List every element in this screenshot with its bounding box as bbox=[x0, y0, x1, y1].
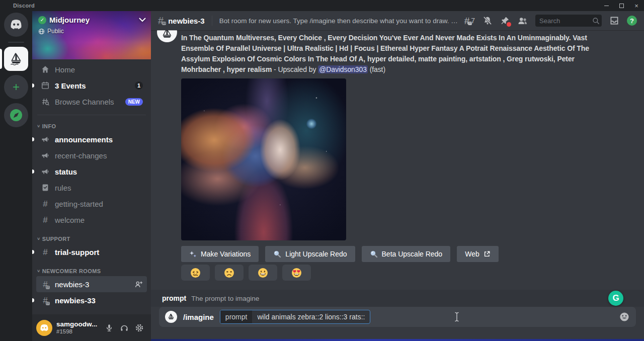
channel-label: getting-started bbox=[55, 200, 103, 208]
channel-label: rules bbox=[55, 184, 71, 192]
sidebar-item-browse-channels[interactable]: Browse Channels NEW bbox=[36, 94, 147, 110]
maximize-icon bbox=[619, 4, 624, 8]
pin-badge bbox=[507, 22, 511, 27]
discord-home-button[interactable] bbox=[4, 13, 28, 37]
reaction-confounded[interactable] bbox=[181, 265, 210, 281]
verified-badge-icon: ✓ bbox=[38, 16, 46, 24]
server-header[interactable]: ✓ Midjourney bbox=[38, 16, 146, 24]
magnifier-icon bbox=[273, 250, 281, 258]
hash-icon: # bbox=[40, 200, 50, 208]
reaction-disappointed[interactable] bbox=[215, 265, 244, 281]
message-composer[interactable]: /imagine prompt wild animals zebra::2 li… bbox=[159, 307, 636, 327]
channel-newbies-3[interactable]: # newbies-3 bbox=[36, 276, 147, 292]
sidebar-divider bbox=[37, 115, 146, 115]
search-bar[interactable] bbox=[535, 15, 602, 27]
channel-status[interactable]: status bbox=[36, 163, 147, 180]
member-list-button[interactable] bbox=[517, 16, 528, 26]
browse-channels-icon bbox=[40, 97, 50, 106]
web-link-button[interactable]: Web bbox=[457, 246, 499, 262]
add-server-button[interactable]: + bbox=[4, 75, 28, 99]
server-visibility: Public bbox=[38, 28, 64, 35]
mute-microphone-button[interactable] bbox=[102, 320, 117, 335]
hash-icon: # bbox=[40, 248, 50, 257]
explore-servers-button[interactable] bbox=[4, 103, 28, 127]
channel-topic[interactable]: Bot room for new users. Type /imagine th… bbox=[219, 17, 461, 25]
inbox-icon bbox=[609, 16, 619, 26]
channel-rules[interactable]: rules bbox=[36, 180, 147, 196]
channel-label: status bbox=[55, 167, 77, 176]
calendar-icon bbox=[40, 81, 50, 90]
channel-trial-support[interactable]: # trial-support bbox=[36, 244, 147, 260]
server-icon-midjourney[interactable] bbox=[4, 47, 28, 71]
user-mention[interactable]: @Davidson303 bbox=[318, 65, 368, 73]
channel-welcome[interactable]: # welcome bbox=[36, 212, 147, 228]
generated-image-attachment[interactable] bbox=[181, 78, 346, 240]
slash-command-name: /imagine bbox=[183, 313, 214, 321]
notification-settings-button[interactable] bbox=[482, 16, 493, 26]
help-button[interactable]: ? bbox=[627, 16, 637, 26]
megaphone-icon bbox=[40, 151, 50, 160]
light-upscale-redo-button[interactable]: Light Upscale Redo bbox=[265, 246, 355, 262]
autocomplete-option-description: The prompt to imagine bbox=[191, 295, 259, 302]
channel-list: Home 3 Events 1 Browse Channels NE bbox=[32, 59, 151, 314]
rail-divider bbox=[8, 42, 24, 43]
unread-pill bbox=[32, 83, 34, 88]
confounded-face-emoji bbox=[190, 268, 201, 278]
channel-label: announcements bbox=[55, 135, 113, 144]
explore-compass-icon bbox=[10, 109, 23, 122]
channel-label: newbies-33 bbox=[55, 296, 96, 305]
category-info[interactable]: ˅ INFO bbox=[36, 123, 147, 129]
channel-newbies-33[interactable]: # newbies-33 bbox=[36, 292, 147, 308]
hash-threads-icon: # bbox=[40, 280, 50, 289]
window-title: Discord bbox=[13, 3, 35, 9]
channel-recent-changes[interactable]: recent-changes bbox=[36, 147, 147, 163]
midjourney-bot-avatar[interactable] bbox=[157, 30, 177, 42]
threads-button[interactable]: # 7 bbox=[464, 16, 475, 26]
pinned-messages-button[interactable] bbox=[500, 16, 510, 26]
username: samgoodw... bbox=[56, 320, 97, 328]
autocomplete-option-name: prompt bbox=[162, 294, 186, 302]
close-button[interactable]: × bbox=[629, 0, 644, 11]
grammarly-badge[interactable]: G bbox=[608, 291, 623, 306]
reaction-bar bbox=[181, 265, 636, 281]
category-label: SUPPORT bbox=[42, 236, 70, 242]
user-avatar[interactable] bbox=[36, 320, 52, 336]
button-label: Web bbox=[465, 250, 479, 258]
user-settings-button[interactable] bbox=[132, 320, 147, 335]
external-link-icon bbox=[484, 250, 491, 258]
server-banner[interactable]: ✓ Midjourney Public bbox=[32, 11, 151, 59]
maximize-button[interactable] bbox=[614, 0, 629, 11]
bottom-edge-strip bbox=[151, 339, 644, 341]
sidebar-item-events[interactable]: 3 Events 1 bbox=[36, 77, 147, 94]
beta-upscale-redo-button[interactable]: Beta Upscale Redo bbox=[362, 246, 451, 262]
deafen-button[interactable] bbox=[117, 320, 132, 335]
category-newcomer-rooms[interactable]: ˅ NEWCOMER ROOMS bbox=[36, 268, 147, 274]
command-option-pill[interactable]: prompt wild animals zebra::2 lions::3 ra… bbox=[220, 310, 371, 324]
category-chevron-icon: ˅ bbox=[37, 236, 40, 241]
microphone-icon bbox=[105, 323, 114, 332]
slash-command-autocomplete[interactable]: prompt The prompt to imagine bbox=[151, 290, 644, 307]
rules-book-icon bbox=[40, 183, 50, 192]
sailboat-icon bbox=[167, 313, 175, 321]
category-support[interactable]: ˅ SUPPORT bbox=[36, 236, 147, 242]
upscaled-by-text: - Upscaled by bbox=[272, 65, 318, 73]
user-info[interactable]: samgoodw... #1598 bbox=[56, 320, 97, 335]
reaction-heart-eyes[interactable] bbox=[282, 265, 311, 281]
heart-eyes-face-emoji bbox=[291, 268, 302, 278]
selected-server-pill bbox=[0, 49, 2, 69]
minimize-button[interactable] bbox=[599, 0, 614, 11]
channel-getting-started[interactable]: # getting-started bbox=[36, 196, 147, 212]
megaphone-icon bbox=[40, 135, 50, 144]
channel-announcements[interactable]: announcements bbox=[36, 131, 147, 147]
inbox-button[interactable] bbox=[609, 16, 619, 26]
reaction-grinning[interactable] bbox=[249, 265, 277, 281]
emoji-picker-button[interactable] bbox=[619, 311, 630, 322]
create-invite-icon[interactable] bbox=[134, 280, 143, 289]
category-chevron-icon: ˅ bbox=[37, 124, 40, 129]
search-input[interactable] bbox=[539, 17, 592, 25]
make-variations-button[interactable]: Make Variations bbox=[181, 246, 259, 262]
sidebar-item-home[interactable]: Home bbox=[36, 61, 147, 77]
option-value[interactable]: wild animals zebra::2 lions::3 rats:: bbox=[252, 310, 370, 323]
button-label: Make Variations bbox=[201, 250, 251, 258]
notifications-muted-icon bbox=[482, 16, 493, 26]
